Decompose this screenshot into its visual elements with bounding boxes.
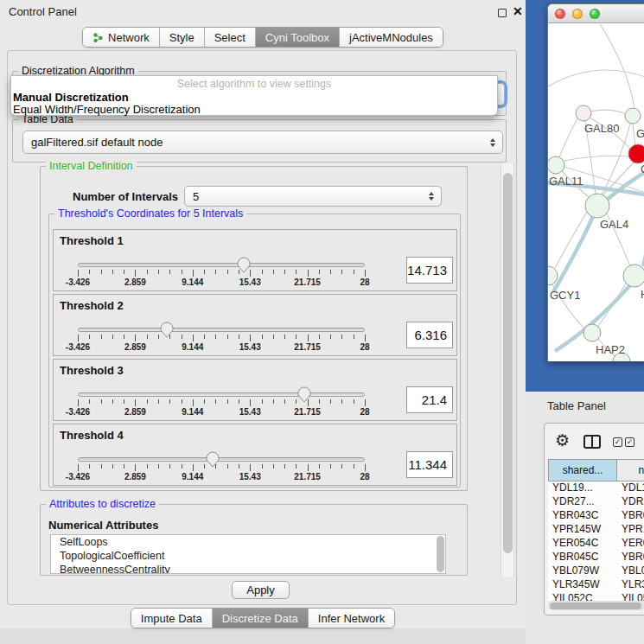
table-hscrollbar-thumb[interactable]	[550, 603, 641, 609]
tick-mark	[250, 270, 251, 277]
tick-label: 15.43	[239, 277, 261, 287]
gear-icon[interactable]: ⚙	[555, 430, 570, 450]
tick-mark	[101, 399, 102, 404]
table-row[interactable]: YDL19...YDL19...	[548, 481, 644, 495]
tick-mark	[89, 335, 90, 339]
numerical-attributes-list[interactable]: SelfLoopsTopologicalCoefficientBetweenne…	[50, 534, 446, 574]
table-row[interactable]: YLR345WYLR345W	[548, 578, 644, 592]
checkbox-icon[interactable]: ✓	[613, 437, 622, 447]
panel-scrollbar-thumb[interactable]	[503, 173, 513, 553]
tick-mark	[112, 399, 113, 404]
split-columns-icon[interactable]	[583, 435, 601, 449]
tab-jactivemnodules[interactable]: jActiveMNodules	[340, 28, 443, 47]
tab-select[interactable]: Select	[205, 28, 256, 47]
network-canvas[interactable]: GAL80GACGAL11GAL4GCY1HHAP2	[548, 24, 644, 361]
table-hscrollbar[interactable]	[548, 601, 644, 610]
float-window-icon[interactable]	[498, 9, 507, 17]
threshold-slider-thumb[interactable]	[160, 322, 174, 338]
tab-network[interactable]: Network	[83, 28, 160, 47]
zoom-traffic-icon[interactable]	[590, 9, 600, 19]
tab-cyni-toolbox[interactable]: Cyni Toolbox	[256, 28, 340, 47]
tick-label: 28	[360, 472, 369, 481]
attributes-group-label: Attributes to discretize	[46, 498, 159, 510]
checkbox-icon[interactable]: ✓	[625, 437, 634, 447]
tick-mark	[319, 270, 320, 274]
close-traffic-icon[interactable]	[555, 9, 565, 19]
attribute-list-item[interactable]: TopologicalCoefficient	[51, 549, 445, 563]
tick-mark	[124, 464, 124, 469]
tab-discretize-data[interactable]: Discretize Data	[213, 609, 309, 628]
tab-impute-data[interactable]: Impute Data	[131, 609, 213, 628]
threshold-slider-thumb[interactable]	[297, 386, 311, 403]
table-row[interactable]: YBR043CYBR043C	[548, 509, 644, 523]
tick-mark	[262, 270, 263, 274]
network-view-window[interactable]: GAL80GACGAL11GAL4GCY1HHAP2	[547, 3, 644, 361]
svg-text:GAL11: GAL11	[549, 175, 583, 188]
threshold-value-field[interactable]: 14.713	[406, 257, 453, 284]
tick-mark	[262, 335, 263, 339]
threshold-slider-track[interactable]	[78, 392, 365, 397]
close-icon[interactable]: ✕	[513, 4, 523, 18]
tick-mark	[296, 270, 296, 274]
tab-infer-network[interactable]: Infer Network	[309, 609, 394, 628]
table-column-header[interactable]: shared...	[548, 459, 617, 481]
threshold-value-field[interactable]: 6.316	[406, 322, 453, 348]
tick-mark	[182, 399, 182, 404]
attribute-list-item[interactable]: SelfLoops	[51, 535, 445, 549]
attributes-scrollbar[interactable]	[437, 536, 444, 572]
tick-mark	[239, 270, 239, 274]
minimize-traffic-icon[interactable]	[572, 9, 583, 19]
threshold-title: Threshold 4	[60, 429, 124, 442]
table-row[interactable]: YBL079WYBL079W	[548, 564, 644, 578]
table-row[interactable]: YPR145WYPR145W	[548, 523, 644, 537]
table-data-select[interactable]: galFiltered.sif default node	[22, 131, 503, 154]
table-row[interactable]: YIL052CYIL052C	[548, 592, 644, 601]
threshold-value-field[interactable]: 21.4	[406, 386, 453, 413]
number-of-intervals-select[interactable]: 5	[184, 186, 442, 207]
apply-button[interactable]: Apply	[232, 581, 290, 599]
tick-mark	[354, 399, 354, 404]
tick-mark	[78, 270, 79, 277]
table-cell: YDR27...	[548, 495, 617, 509]
threshold-slider-track[interactable]	[78, 263, 365, 267]
tick-label: 21.715	[294, 407, 321, 417]
tick-mark	[239, 399, 239, 404]
tick-mark	[204, 399, 205, 404]
tick-mark	[273, 335, 274, 339]
threshold-slider-track[interactable]	[78, 328, 365, 332]
svg-text:GAL80: GAL80	[584, 122, 619, 135]
svg-text:GCY1: GCY1	[550, 289, 580, 302]
tick-label: 9.144	[182, 277, 203, 287]
algorithm-option[interactable]: Manual Discretization	[13, 91, 129, 104]
tick-mark	[308, 270, 309, 277]
tick-mark	[330, 335, 331, 339]
tick-mark	[112, 464, 113, 469]
tick-mark	[250, 399, 251, 406]
tick-mark	[341, 270, 342, 274]
table-row[interactable]: YBR045CYBR045C	[548, 551, 644, 564]
threshold-value-field[interactable]: 11.344	[406, 451, 453, 478]
tick-label: 2.859	[124, 277, 146, 287]
network-window-titlebar[interactable]	[548, 4, 644, 23]
threshold-slider-thumb[interactable]	[206, 451, 220, 468]
tick-mark	[204, 335, 205, 339]
table-panel-title: Table Panel	[547, 399, 606, 412]
panel-scrollbar[interactable]	[501, 163, 514, 577]
table-row[interactable]: YDR27...YDR27...	[548, 495, 644, 509]
table-row[interactable]: YER054CYER054C	[548, 537, 644, 551]
tick-mark	[182, 270, 182, 274]
table-column-header[interactable]: name	[617, 459, 644, 481]
algorithm-hint-item[interactable]: Select algorithm to view settings	[11, 78, 497, 90]
tick-label: -3.426	[66, 342, 90, 352]
table-rows[interactable]: YDL19...YDL19...YDR27...YDR27...YBR043CY…	[548, 481, 644, 601]
threshold-slider-track[interactable]	[78, 457, 365, 462]
attribute-list-item[interactable]: BetweennessCentrality	[51, 563, 445, 574]
tab-style[interactable]: Style	[160, 28, 205, 47]
table-header-row[interactable]: shared...name	[548, 459, 644, 481]
tick-mark	[284, 464, 285, 469]
table-cell: YER054C	[617, 537, 644, 551]
tick-mark	[239, 335, 239, 339]
algorithm-option[interactable]: Equal Width/Frequency Discretization	[13, 103, 201, 116]
tick-mark	[284, 399, 285, 404]
svg-text:C: C	[641, 163, 644, 175]
